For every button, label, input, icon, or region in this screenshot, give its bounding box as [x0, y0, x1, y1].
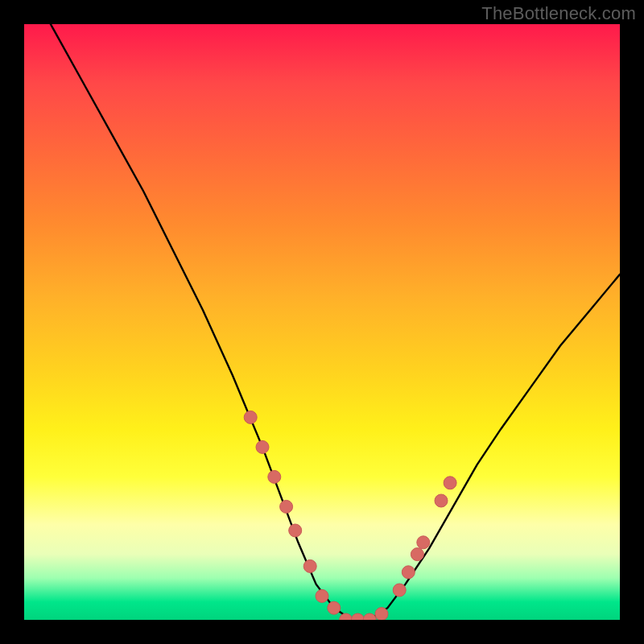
- curve-marker: [340, 613, 353, 620]
- bottleneck-curve: [24, 24, 620, 620]
- curve-marker: [289, 524, 302, 537]
- curve-marker: [411, 548, 423, 561]
- curve-marker: [351, 613, 364, 620]
- curve-marker: [444, 477, 456, 489]
- curve-marker: [316, 589, 328, 602]
- curve-marker: [417, 536, 430, 549]
- curve-marker: [363, 613, 376, 620]
- chart-overlay: [24, 24, 620, 620]
- curve-marker: [402, 566, 415, 579]
- curve-markers: [244, 411, 456, 620]
- curve-marker: [328, 601, 341, 614]
- curve-marker: [435, 494, 448, 507]
- curve-marker: [303, 559, 316, 572]
- curve-marker: [268, 470, 281, 483]
- outer-frame: TheBottleneck.com: [0, 0, 644, 644]
- curve-marker: [244, 411, 257, 423]
- curve-marker: [393, 584, 406, 597]
- curve-marker: [256, 440, 269, 453]
- curve-marker: [375, 608, 388, 620]
- watermark-text: TheBottleneck.com: [481, 3, 636, 24]
- curve-marker: [280, 500, 293, 513]
